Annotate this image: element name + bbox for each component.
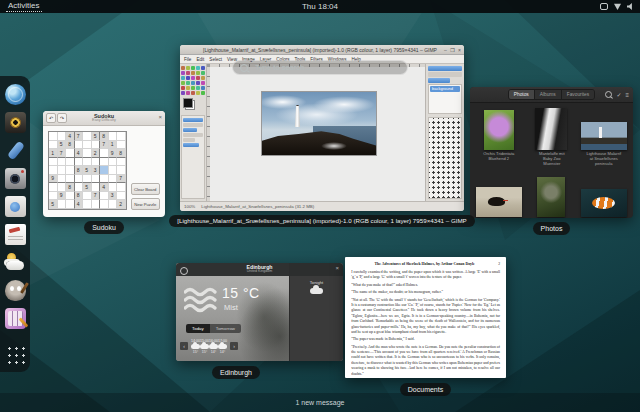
foreground-select-tool-icon[interactable] xyxy=(196,71,200,75)
menu-select[interactable]: Select xyxy=(209,57,222,62)
photo-thumbnail-cat[interactable] xyxy=(537,177,565,217)
sudoku-cell[interactable] xyxy=(100,166,109,175)
sudoku-cell[interactable] xyxy=(109,175,118,184)
tool-option-row[interactable] xyxy=(183,138,195,142)
sudoku-cell[interactable]: 7 xyxy=(75,132,84,141)
sudoku-cell[interactable] xyxy=(83,158,92,167)
gradient-tool-icon[interactable] xyxy=(181,86,185,90)
rotate-tool-icon[interactable] xyxy=(186,76,190,80)
sudoku-cell[interactable]: 8 xyxy=(66,141,75,150)
free-select-tool-icon[interactable] xyxy=(201,66,205,70)
today-button[interactable]: Today xyxy=(186,324,210,333)
tool-option-row[interactable] xyxy=(183,128,197,132)
rect-select-tool-icon[interactable] xyxy=(191,66,195,70)
move-tool-icon[interactable] xyxy=(181,66,185,70)
window-sudoku[interactable]: ↶ ↷ Sudoku Easy Difficulty × 47585871174… xyxy=(43,111,165,217)
sudoku-cell[interactable] xyxy=(100,149,109,158)
sudoku-cell[interactable] xyxy=(83,141,92,150)
sudoku-cell[interactable] xyxy=(49,158,58,167)
tab-photos[interactable]: Photos xyxy=(509,90,535,99)
sudoku-cell[interactable]: 4 xyxy=(75,200,84,209)
sudoku-cell[interactable] xyxy=(75,183,84,192)
tool-option-row[interactable] xyxy=(183,143,199,147)
photo-item[interactable]: Lighthouse Malarrifat Snaefellsnespenins… xyxy=(579,106,629,173)
sudoku-cell[interactable] xyxy=(49,183,58,192)
sudoku-cell[interactable]: 5 xyxy=(92,132,101,141)
search-bar[interactable] xyxy=(232,60,408,75)
sudoku-cell[interactable]: 9 xyxy=(109,149,118,158)
sudoku-cell[interactable] xyxy=(117,158,126,167)
gimp-window-buttons[interactable]: – ❒ × xyxy=(444,47,462,53)
heal-tool-icon[interactable] xyxy=(191,91,195,95)
sudoku-cell[interactable] xyxy=(49,141,58,150)
sudoku-cell[interactable] xyxy=(83,200,92,209)
gimp-icon[interactable] xyxy=(4,279,27,302)
crop-tool-icon[interactable] xyxy=(201,71,205,75)
sudoku-cell[interactable] xyxy=(92,175,101,184)
sudoku-cell[interactable] xyxy=(109,200,118,209)
sudoku-cell[interactable] xyxy=(83,175,92,184)
select-icon[interactable]: ✓ xyxy=(616,92,621,98)
sudoku-cell[interactable] xyxy=(49,192,58,201)
clone-tool-icon[interactable] xyxy=(186,91,190,95)
sudoku-cell[interactable] xyxy=(66,158,75,167)
sudoku-cell[interactable]: 4 xyxy=(66,132,75,141)
sudoku-cell[interactable] xyxy=(66,192,75,201)
sudoku-cell[interactable]: 2 xyxy=(92,149,101,158)
volume-icon[interactable] xyxy=(627,3,634,10)
keyboard-icon[interactable] xyxy=(600,3,608,10)
menu-edit[interactable]: Edit xyxy=(196,57,204,62)
sudoku-cell[interactable] xyxy=(66,175,75,184)
fuzzy-select-tool-icon[interactable] xyxy=(181,71,185,75)
window-photos[interactable]: PhotosAlbumsFavourites ✓ ≡ Orchis Triden… xyxy=(470,87,633,218)
sudoku-button-clear-board[interactable]: Clear Board xyxy=(131,183,161,195)
shear-tool-icon[interactable] xyxy=(196,76,200,80)
sudoku-cell[interactable]: 7 xyxy=(58,149,67,158)
sudoku-cell[interactable] xyxy=(117,183,126,192)
photo-item[interactable]: Sneaking Cat xyxy=(527,175,577,218)
scissors-tool-icon[interactable] xyxy=(191,71,195,75)
scroll-right-icon[interactable]: › xyxy=(230,342,238,350)
music-icon[interactable] xyxy=(4,111,27,134)
sudoku-cell[interactable]: 8 xyxy=(100,132,109,141)
notes-icon[interactable] xyxy=(4,223,27,246)
align-tool-icon[interactable] xyxy=(186,66,190,70)
sudoku-cell[interactable] xyxy=(100,158,109,167)
sudoku-cell[interactable]: 5 xyxy=(83,166,92,175)
bucket-fill-tool-icon[interactable] xyxy=(201,81,205,85)
sudoku-cell[interactable] xyxy=(66,200,75,209)
sudoku-cell[interactable] xyxy=(49,132,58,141)
sudoku-cell[interactable]: 8 xyxy=(66,183,75,192)
tab-albums[interactable]: Albums xyxy=(535,90,562,99)
menu-icon[interactable]: ≡ xyxy=(625,92,629,98)
window-documents[interactable]: The Adventures of Sherlock Holmes, by Ar… xyxy=(345,257,506,378)
web-icon[interactable] xyxy=(4,83,27,106)
sudoku-cell[interactable] xyxy=(117,192,126,201)
photo-thumbnail-clown[interactable] xyxy=(581,189,627,217)
layers-opacity-row[interactable] xyxy=(428,72,462,77)
layer-row-selected[interactable]: background xyxy=(430,86,460,92)
tool-option-row[interactable] xyxy=(183,133,203,137)
sudoku-cell[interactable] xyxy=(117,132,126,141)
sudoku-cell[interactable] xyxy=(58,166,67,175)
sudoku-cell[interactable]: 9 xyxy=(58,192,67,201)
camera-icon[interactable] xyxy=(4,167,27,190)
search-icon[interactable] xyxy=(605,91,612,98)
search-input[interactable] xyxy=(253,62,400,73)
airbrush-tool-icon[interactable] xyxy=(201,86,205,90)
cage-transform-tool-icon[interactable] xyxy=(186,81,190,85)
scroll-left-icon[interactable]: ‹ xyxy=(180,342,188,350)
dodge-burn-tool-icon[interactable] xyxy=(201,91,205,95)
tool-option-row[interactable] xyxy=(183,123,203,127)
sudoku-cell[interactable] xyxy=(75,141,84,150)
sudoku-cell[interactable] xyxy=(92,158,101,167)
sudoku-cell[interactable]: 7 xyxy=(117,175,126,184)
sudoku-cell[interactable] xyxy=(66,149,75,158)
photo-thumbnail-monkey[interactable] xyxy=(535,108,567,150)
sudoku-cell[interactable]: 1 xyxy=(109,141,118,150)
zoom-level[interactable]: 100% xyxy=(184,204,195,209)
message-tray[interactable]: 1 new message xyxy=(0,393,640,412)
sudoku-cell[interactable]: 3 xyxy=(109,192,118,201)
sudoku-cell[interactable]: 9 xyxy=(49,175,58,184)
sudoku-cell[interactable] xyxy=(83,192,92,201)
